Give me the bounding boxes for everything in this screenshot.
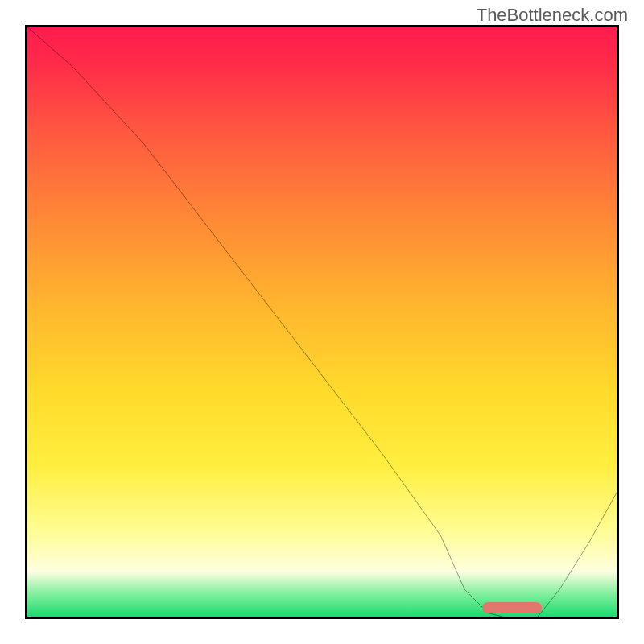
chart-background-gradient bbox=[25, 25, 619, 619]
watermark-text: TheBottleneck.com bbox=[477, 5, 628, 26]
chart-plot-area bbox=[25, 25, 619, 619]
optimal-zone-marker bbox=[482, 602, 542, 613]
